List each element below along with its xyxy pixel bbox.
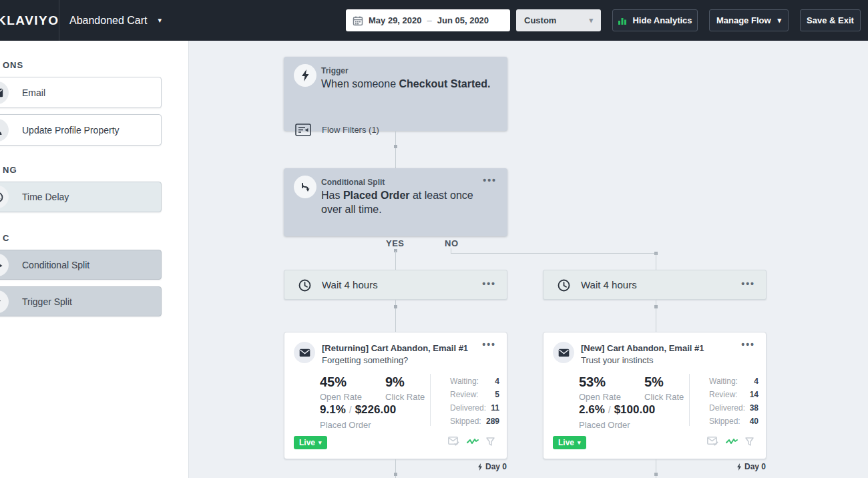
analytics-bars-icon [618,16,627,25]
sidebar-item-update-profile-property[interactable]: Update Profile Property [0,114,162,146]
node-menu-button[interactable]: ••• [741,339,755,350]
status-badge[interactable]: Live▾ [553,436,586,449]
clock-icon [558,279,570,292]
sidebar-section-logic: C [3,233,9,243]
email-node-returning[interactable]: [Returning] Cart Abandon, Email #1 Forge… [284,332,507,459]
open-rate-value: 45% [320,375,347,390]
queue-value: 14 [709,390,758,399]
stats-divider [430,374,431,426]
sidebar-item-trigger-split[interactable]: Trigger Split [0,286,162,316]
open-rate-label: Open Rate [320,392,362,402]
open-rate-value: 53% [579,375,606,390]
date-preset-value: Custom [524,15,556,25]
filter-list-icon [295,124,311,136]
node-menu-button[interactable]: ••• [483,175,497,186]
actions-sidebar: ONS Email Update Profile Property NG Tim… [0,41,189,478]
node-type-label: Conditional Split [321,178,385,187]
open-rate-label: Open Rate [579,392,621,402]
sidebar-item-label: Trigger Split [22,296,72,307]
save-exit-button[interactable]: Save & Exit [800,9,861,31]
analytics-wave-icon[interactable] [726,437,738,445]
connector-dot [394,145,397,148]
lightning-icon [294,64,316,87]
email-check-icon[interactable] [707,437,718,446]
connector-line [451,248,451,253]
manage-flow-button[interactable]: Manage Flow ▾ [709,9,789,31]
chevron-down-icon: ▾ [318,439,322,446]
person-icon [0,119,9,142]
date-start: May 29, 2020 [369,15,422,25]
email-title: [New] Cart Abandon, Email #1 [581,343,704,353]
klaviyo-logo: KLAVIYO [0,13,59,28]
flow-name-dropdown[interactable]: Abandoned Cart ▾ [69,0,162,41]
manage-flow-label: Manage Flow [716,15,771,25]
placed-order-label: Placed Order [320,420,371,430]
queue-value: 40 [709,417,758,426]
email-icon [0,81,9,104]
trigger-text: When someone Checkout Started. [321,77,495,91]
date-range-picker[interactable]: May 29, 2020 – Jun 05, 2020 [346,9,510,31]
lightning-icon [736,463,742,471]
email-check-icon[interactable] [448,437,459,446]
lightning-icon [477,463,483,471]
conditional-split-node[interactable]: Conditional Split ••• Has Placed Order a… [284,168,507,236]
sidebar-item-email[interactable]: Email [0,77,162,108]
sidebar-item-conditional-split[interactable]: Conditional Split [0,250,162,280]
email-icon [294,342,315,363]
queue-value: 4 [450,377,499,386]
lightning-split-icon [0,290,9,313]
filter-funnel-icon[interactable] [486,437,495,446]
hide-analytics-button[interactable]: Hide Analytics [612,9,698,31]
queue-value: 38 [709,403,758,413]
node-menu-button[interactable]: ••• [741,278,755,289]
node-menu-button[interactable]: ••• [482,278,496,289]
day-marker: Day 0 [467,462,507,471]
sidebar-section-actions: ONS [3,60,23,70]
email-subject: Trust your instincts [581,355,654,365]
flow-filters-button[interactable]: Flow Filters (1) [295,124,379,136]
chevron-down-icon: ▾ [578,439,581,446]
sidebar-item-label: Time Delay [22,192,69,202]
connector-line [451,253,656,254]
flow-canvas[interactable]: Trigger When someone Checkout Started. F… [190,41,868,478]
click-rate-value: 5% [644,375,664,390]
trigger-node[interactable]: Trigger When someone Checkout Started. F… [284,57,507,131]
connector-line [656,253,656,270]
sidebar-item-label: Conditional Split [22,260,89,270]
wait-node-yes[interactable]: Wait 4 hours ••• [284,270,507,300]
clock-icon [0,186,9,208]
clock-icon [298,279,311,292]
queue-value: 5 [450,390,499,399]
date-preset-select[interactable]: Custom ▾ [516,9,601,31]
email-subject: Forgetting something? [322,355,408,365]
flow-filters-label: Flow Filters (1) [322,125,379,135]
analytics-wave-icon[interactable] [467,437,479,445]
node-menu-button[interactable]: ••• [482,339,496,350]
conditional-text: Has Placed Order at least once over all … [321,188,495,216]
email-title: [Returning] Cart Abandon, Email #1 [322,343,468,353]
wait-label: Wait 4 hours [322,279,378,290]
topbar-divider [59,0,59,41]
wait-label: Wait 4 hours [581,279,637,290]
placed-order-stat: 9.1%/$226.00 [320,403,396,417]
sidebar-item-label: Email [22,87,45,98]
click-rate-value: 9% [385,375,405,390]
filter-funnel-icon[interactable] [745,437,754,446]
connector-line [395,131,396,168]
connector-dot [654,473,658,476]
sidebar-item-time-delay[interactable]: Time Delay [0,182,162,212]
placed-order-stat: 2.6%/$100.00 [579,403,655,417]
connector-dot [654,305,658,308]
click-rate-label: Click Rate [644,392,684,402]
queue-value: 289 [450,417,499,426]
connector-dot [394,473,397,476]
wait-node-no[interactable]: Wait 4 hours ••• [543,270,767,300]
chevron-down-icon: ▾ [589,16,593,25]
save-exit-label: Save & Exit [807,15,854,25]
status-badge[interactable]: Live▾ [294,436,327,449]
email-icon [553,342,574,363]
connector-dot [394,305,397,308]
email-node-new[interactable]: [New] Cart Abandon, Email #1 Trust your … [543,332,767,459]
branch-label-yes: YES [386,238,405,248]
stats-divider [689,374,690,426]
